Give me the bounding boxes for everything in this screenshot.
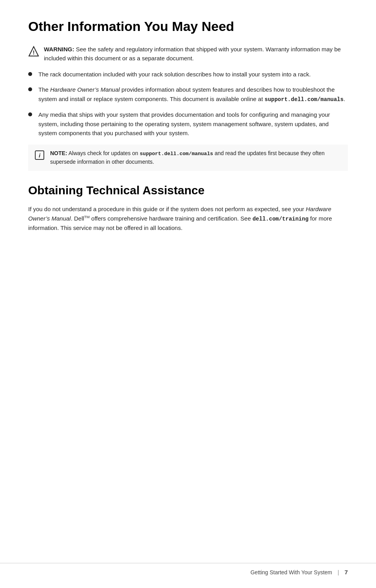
main-heading: Other Information You May Need: [28, 19, 348, 34]
bullet-dot: [28, 112, 32, 116]
body-paragraph: If you do not understand a procedure in …: [28, 204, 348, 233]
body-text-offers: offers comprehensive hardware training a…: [90, 215, 253, 222]
svg-text:!: !: [33, 49, 35, 56]
footer-label: Getting Started With Your System: [28, 569, 332, 575]
bullet-text-media: Any media that ships with your system th…: [38, 110, 348, 138]
footer-divider: |: [338, 569, 339, 575]
note-text: NOTE: Always check for updates on suppor…: [50, 149, 342, 166]
italic-manual-title: Hardware Owner’s Manual: [50, 86, 120, 93]
section-heading: Obtaining Technical Assistance: [28, 183, 348, 197]
bullet-dot: [28, 72, 32, 76]
manual-url: support.dell.com/manuals: [265, 96, 344, 103]
bullet-text-rack: The rack documentation included with you…: [38, 70, 348, 79]
note-icon: i: [34, 150, 45, 161]
training-url: dell.com/training: [253, 216, 309, 222]
bullet-list: The rack documentation included with you…: [28, 70, 348, 138]
note-block: i NOTE: Always check for updates on supp…: [28, 145, 348, 171]
trademark-sup: TM: [84, 215, 90, 219]
svg-text:i: i: [39, 152, 41, 159]
footer-page-number: 7: [345, 569, 348, 575]
bullet-text-manual: The Hardware Owner’s Manual provides inf…: [38, 85, 348, 104]
warning-text: WARNING: See the safety and regulatory i…: [44, 45, 348, 63]
list-item: The Hardware Owner’s Manual provides inf…: [28, 85, 348, 104]
footer: Getting Started With Your System | 7: [0, 563, 376, 575]
body-text-middle: . Dell: [71, 215, 84, 222]
warning-icon: !: [28, 46, 39, 58]
body-text-before: If you do not understand a procedure in …: [28, 206, 306, 212]
note-label: NOTE:: [50, 150, 67, 156]
warning-label: WARNING:: [44, 46, 74, 52]
warning-body-text: See the safety and regulatory informatio…: [44, 46, 341, 62]
list-item: Any media that ships with your system th…: [28, 110, 348, 138]
bullet-dot: [28, 87, 32, 91]
note-url: support.dell.com/manuals: [140, 151, 213, 157]
note-body-before: Always check for updates on: [69, 150, 140, 156]
list-item: The rack documentation included with you…: [28, 70, 348, 79]
warning-block: ! WARNING: See the safety and regulatory…: [28, 45, 348, 63]
